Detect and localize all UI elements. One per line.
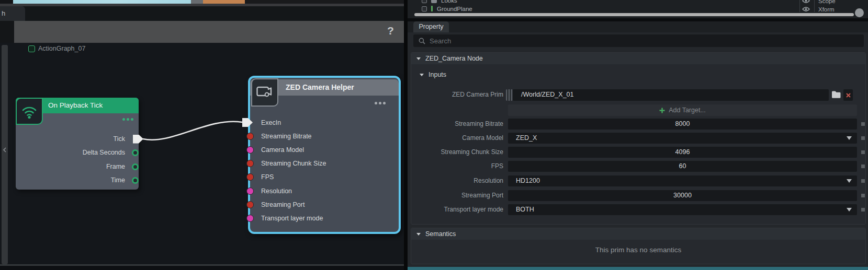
pin-resolution[interactable] bbox=[246, 187, 254, 195]
stage-row-label: GroundPlane bbox=[437, 6, 472, 12]
streaming-chunk-size-input[interactable]: 4096 bbox=[508, 147, 857, 158]
pin-label-resolution: Resolution bbox=[261, 187, 292, 195]
row-mark bbox=[861, 208, 865, 212]
wifi-icon bbox=[20, 103, 38, 120]
stage-row-looks[interactable]: Looks bbox=[422, 0, 788, 4]
chevron-down-icon bbox=[416, 57, 421, 60]
chevron-down-icon bbox=[847, 136, 852, 140]
section-header-inputs[interactable]: Inputs bbox=[420, 69, 446, 80]
camera-icon bbox=[257, 85, 273, 99]
row-mark bbox=[861, 150, 865, 154]
row-mark bbox=[861, 122, 865, 126]
add-target-button[interactable]: Add Target... bbox=[508, 104, 857, 116]
folder-browse-button[interactable] bbox=[831, 90, 841, 101]
prim-type-label: Scope bbox=[818, 0, 836, 4]
streaming-port-input[interactable]: 30000 bbox=[508, 190, 857, 201]
pin-streaming-bitrate[interactable] bbox=[246, 133, 254, 140]
pin-time-out[interactable] bbox=[132, 177, 139, 184]
pin-fps[interactable] bbox=[246, 173, 254, 181]
node-on-playback-tick[interactable]: On Playback Tick Tick Delta Seconds Fram… bbox=[16, 98, 139, 190]
section-header-semantics[interactable]: Semantics bbox=[411, 228, 865, 240]
drag-handle[interactable] bbox=[506, 89, 513, 101]
graph-tab-bar bbox=[0, 6, 404, 21]
node-title: On Playback Tick bbox=[48, 98, 134, 113]
graph-toolbar bbox=[14, 21, 404, 43]
help-icon[interactable]: ? bbox=[387, 25, 394, 37]
pin-streaming-chunk-size[interactable] bbox=[246, 160, 254, 167]
field-label-transport-layer-mode: Transport layer mode bbox=[422, 204, 503, 215]
visibility-eye-icon[interactable] bbox=[802, 6, 810, 12]
semantics-empty-text: This prim has no semantics bbox=[411, 246, 865, 254]
visibility-eye-icon[interactable] bbox=[802, 0, 810, 4]
chevron-left-icon[interactable] bbox=[2, 145, 7, 155]
close-icon bbox=[846, 93, 851, 98]
row-mark bbox=[861, 179, 865, 183]
pin-label-time: Time bbox=[47, 176, 125, 184]
add-target-label: Add Target... bbox=[669, 107, 706, 114]
pin-label-tick: Tick bbox=[47, 135, 125, 143]
camera-model-dropdown[interactable]: ZED_X bbox=[508, 133, 857, 144]
section-semantics: Semantics This prim has no semantics bbox=[411, 228, 866, 264]
chevron-down-icon bbox=[847, 208, 852, 212]
streaming-bitrate-input[interactable]: 8000 bbox=[508, 119, 857, 130]
pin-label-delta-seconds: Delta Seconds bbox=[47, 148, 125, 157]
zed-camera-prim-field[interactable]: /World/ZED_X_01 bbox=[513, 89, 829, 101]
divider bbox=[0, 264, 404, 266]
row-mark bbox=[861, 194, 865, 197]
property-search-input[interactable]: Search bbox=[413, 34, 864, 47]
chevron-down-icon bbox=[847, 179, 852, 183]
section-header-zed-camera-node[interactable]: ZED_Camera Node bbox=[411, 53, 865, 64]
row-mark bbox=[861, 136, 865, 140]
plus-icon bbox=[659, 108, 665, 113]
tab-action-graph[interactable]: h bbox=[0, 6, 25, 21]
search-placeholder: Search bbox=[430, 37, 451, 45]
prim-badge-icon bbox=[422, 6, 427, 11]
tab-property[interactable]: Property bbox=[413, 21, 449, 32]
field-label-fps: FPS bbox=[422, 161, 503, 172]
stage-row-groundplane[interactable]: GroundPlane bbox=[422, 5, 788, 13]
zed-camera-icon-box bbox=[251, 78, 278, 107]
section-zed-camera-node: ZED_Camera Node Inputs ZED Camera Prim /… bbox=[411, 52, 866, 225]
pin-frame-out[interactable] bbox=[132, 163, 139, 170]
section-label: Inputs bbox=[429, 71, 446, 78]
resolution-dropdown[interactable]: HD1200 bbox=[508, 175, 857, 186]
chevron-down-icon bbox=[416, 233, 421, 236]
section-label: ZED_Camera Node bbox=[425, 55, 483, 62]
prim-type-label: Xform bbox=[818, 6, 835, 13]
prim-badge-icon bbox=[422, 0, 427, 3]
viewport-sliver bbox=[191, 0, 203, 4]
horizontal-scrollbar-thumb[interactable] bbox=[414, 13, 854, 16]
field-label-zed-camera-prim: ZED Camera Prim bbox=[422, 89, 503, 100]
pin-delta-seconds-out[interactable] bbox=[132, 149, 139, 156]
field-label-streaming-bitrate: Streaming Bitrate bbox=[422, 119, 503, 130]
pin-streaming-port[interactable] bbox=[246, 201, 254, 208]
viewport-sliver bbox=[0, 0, 13, 4]
pin-camera-model[interactable] bbox=[246, 146, 254, 154]
scrollbar-end-cap[interactable] bbox=[855, 8, 864, 17]
pin-label-streaming-chunk-size: Streaming Chunk Size bbox=[261, 159, 326, 168]
field-label-streaming-chunk-size: Streaming Chunk Size bbox=[422, 147, 503, 158]
field-label-streaming-port: Streaming Port bbox=[422, 190, 503, 201]
pin-label-transport-layer-mode: Transport layer mode bbox=[261, 214, 323, 222]
node-zed-camera-helper[interactable]: ZED Camera Helper ExecIn Streaming Bitra… bbox=[248, 76, 401, 234]
property-tab-bar bbox=[408, 21, 868, 32]
graph-name: ActionGraph_07 bbox=[28, 45, 85, 52]
viewport-sliver bbox=[203, 0, 245, 4]
transport-layer-mode-dropdown[interactable]: BOTH bbox=[508, 204, 857, 215]
folder-icon bbox=[831, 90, 841, 99]
pin-transport-layer-mode[interactable] bbox=[246, 215, 254, 222]
stage-row-label: Looks bbox=[441, 0, 457, 4]
more-options-icon[interactable] bbox=[122, 118, 133, 121]
column-divider bbox=[814, 0, 815, 12]
stage-panel: Looks GroundPlane Scope Xform bbox=[408, 0, 868, 18]
pin-execin[interactable] bbox=[242, 118, 253, 127]
section-label: Semantics bbox=[425, 230, 456, 238]
clear-target-button[interactable] bbox=[843, 89, 853, 101]
panel-splitter[interactable] bbox=[404, 0, 408, 270]
more-options-icon[interactable] bbox=[375, 102, 386, 104]
pin-label-fps: FPS bbox=[261, 173, 274, 181]
fps-input[interactable]: 60 bbox=[508, 161, 857, 172]
node-title: ZED Camera Helper bbox=[286, 79, 354, 96]
field-label-camera-model: Camera Model bbox=[422, 133, 503, 144]
bottom-panel-edge bbox=[408, 267, 868, 270]
